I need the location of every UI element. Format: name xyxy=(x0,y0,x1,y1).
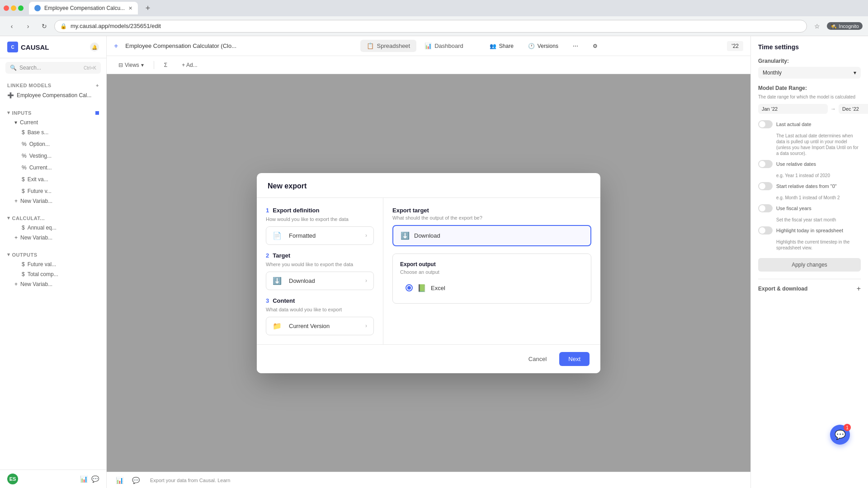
model-title: Employee Compensation Calculator (Clo... xyxy=(125,42,236,49)
inputs-list: $ Base s... % Option... % Vesting... % C… xyxy=(0,127,106,196)
chevron-down-icon: ▾ xyxy=(7,110,10,116)
add-icon: + xyxy=(114,42,118,50)
date-from-input[interactable] xyxy=(758,104,828,114)
browser-titlebar: Employee Compensation Calcu... ✕ + xyxy=(0,0,868,16)
sidebar-item-vesting[interactable]: % Vesting... xyxy=(0,151,106,161)
reload-button[interactable]: ↻ xyxy=(38,20,51,33)
export-section: Export & download + xyxy=(758,279,861,293)
step-2-option[interactable]: ⬇️ Download › xyxy=(266,272,374,290)
date-selector[interactable]: '22 xyxy=(727,41,743,51)
sidebar-item-future[interactable]: $ Future v... xyxy=(0,186,106,196)
sidebar-item-total-comp[interactable]: $ Total comp... xyxy=(0,269,106,279)
tab-spreadsheet[interactable]: 📋 Spreadsheet xyxy=(360,40,416,52)
model-date-range-desc: The date range for which the model is ca… xyxy=(758,94,861,100)
formula-button[interactable]: Σ xyxy=(160,60,172,70)
sidebar-search[interactable]: 🔍 Search... Ctrl+K xyxy=(5,62,101,74)
last-actual-date-switch[interactable] xyxy=(758,120,773,128)
inputs-section: ▾ INPUTS ▾ Current $ Base s... % xyxy=(0,104,106,210)
next-button[interactable]: Next xyxy=(559,352,590,366)
share-button[interactable]: 👥 Share xyxy=(484,41,519,52)
fiscal-years-switch[interactable] xyxy=(758,204,773,212)
forward-button[interactable]: › xyxy=(22,20,34,33)
browser-actions: ☆ 🕵 Incognito xyxy=(811,20,863,33)
export-target-box[interactable]: ⬇️ Download xyxy=(392,225,591,246)
cancel-button[interactable]: Cancel xyxy=(520,352,555,366)
apply-changes-button[interactable]: Apply changes xyxy=(758,258,861,272)
granularity-label: Granularity: xyxy=(758,58,861,64)
add-button[interactable]: + Ad... xyxy=(177,60,202,70)
top-nav: + Employee Compensation Calculator (Clo.… xyxy=(107,36,750,56)
calculations-title: ▾ CALCULAT... xyxy=(0,213,106,223)
sidebar-item-options[interactable]: % Option... xyxy=(0,139,106,149)
sidebar-item-current-item[interactable]: % Current... xyxy=(0,163,106,173)
sidebar-item-annual-eq[interactable]: $ Annual eq... xyxy=(0,223,106,233)
tab-close-button[interactable]: ✕ xyxy=(128,5,132,11)
tab-favicon xyxy=(34,5,41,11)
chat-bubble-button[interactable]: 💬 1 xyxy=(830,425,850,445)
fiscal-years-desc: Set the fiscal year start month xyxy=(776,217,861,223)
relative-dates-switch[interactable] xyxy=(758,160,773,168)
step-1-arrow: › xyxy=(365,232,367,239)
add-linked-model-button[interactable]: + xyxy=(96,83,99,88)
spreadsheet-view-icon[interactable]: 📊 xyxy=(80,475,88,483)
sidebar-item-future-val-out[interactable]: $ Future val... xyxy=(0,259,106,269)
start-relative-switch[interactable] xyxy=(758,182,773,190)
step-2-option-left: ⬇️ Download xyxy=(273,277,315,285)
content-icon: 📁 xyxy=(273,322,282,330)
toggle-knob5 xyxy=(759,227,765,234)
nav-tabs: 📋 Spreadsheet 📊 Dashboard xyxy=(360,40,469,52)
views-button[interactable]: ⊟ Views ▾ xyxy=(114,60,148,70)
modal-title: New export xyxy=(268,182,307,190)
modal-header: New export xyxy=(257,173,600,198)
more-button[interactable]: ⋯ xyxy=(567,41,584,52)
linked-models-title: Linked models + xyxy=(0,81,106,90)
chevron-icon: ▾ xyxy=(14,119,17,126)
fiscal-years-toggle: Use fiscal years xyxy=(758,204,861,212)
browser-tab[interactable]: Employee Compensation Calcu... ✕ xyxy=(29,2,138,14)
chat-icon[interactable]: 💬 xyxy=(91,475,99,483)
modal-footer: Cancel Next xyxy=(257,344,600,373)
sidebar-item-model[interactable]: ➕ Employee Compensation Cal... xyxy=(0,90,106,101)
step-1-desc: How would you like to export the data xyxy=(266,216,374,222)
sidebar-item-new-variable1[interactable]: + New Variab... xyxy=(0,196,106,206)
right-sidebar: Time settings Granularity: Monthly ▾ Mod… xyxy=(750,36,868,488)
output-option-excel[interactable]: 📗 Excel xyxy=(400,280,584,296)
sidebar-item-new-variable2[interactable]: + New Variab... xyxy=(0,233,106,243)
new-tab-button[interactable]: + xyxy=(142,2,154,14)
outputs-title: ▾ OUTPUTS xyxy=(0,250,106,259)
sidebar-item-new-variable3[interactable]: + New Variab... xyxy=(0,279,106,289)
settings-button[interactable]: ⚙ xyxy=(587,41,603,52)
step-3-option[interactable]: 📁 Current Version › xyxy=(266,317,374,335)
percent-icon2: % xyxy=(22,153,27,159)
step-1-option[interactable]: 📄 Formatted › xyxy=(266,226,374,245)
filter-icon: ⊟ xyxy=(118,62,123,68)
sidebar-item-exit[interactable]: $ Exit va... xyxy=(0,174,106,184)
export-output-title: Export output xyxy=(400,261,584,267)
logo-icon: C xyxy=(7,42,18,52)
main-content: New export 1 Export definition xyxy=(107,74,750,472)
sidebar-item-current[interactable]: ▾ Current xyxy=(0,117,106,127)
versions-button[interactable]: 🕐 Versions xyxy=(523,41,564,52)
bottom-spreadsheet-icon[interactable]: 📊 xyxy=(114,475,125,486)
date-to-input[interactable] xyxy=(839,104,868,114)
sidebar-item-base-salary[interactable]: $ Base s... xyxy=(0,127,106,137)
tab-title: Employee Compensation Calcu... xyxy=(44,5,125,11)
modal-body: 1 Export definition How would you like t… xyxy=(257,198,600,344)
last-actual-date-label: Last actual date xyxy=(776,122,861,127)
back-button[interactable]: ‹ xyxy=(5,20,18,33)
avatar: ES xyxy=(7,474,18,484)
url-text: my.causal.app/models/235651/edit xyxy=(71,23,801,29)
export-add-icon[interactable]: + xyxy=(857,285,861,293)
versions-icon: 🕐 xyxy=(528,43,535,49)
granularity-value[interactable]: Monthly ▾ xyxy=(758,67,861,79)
tab-dashboard[interactable]: 📊 Dashboard xyxy=(418,40,470,52)
bottom-chat-icon[interactable]: 💬 xyxy=(130,475,141,486)
bookmark-button[interactable]: ☆ xyxy=(811,20,823,33)
highlight-today-switch[interactable] xyxy=(758,226,773,235)
sidebar-header: C CAUSAL 🔔 xyxy=(0,36,106,58)
address-bar[interactable]: 🔒 my.causal.app/models/235651/edit xyxy=(54,20,807,33)
excel-radio[interactable] xyxy=(406,284,413,291)
step-3-header: 3 Content xyxy=(266,297,374,304)
search-shortcut: Ctrl+K xyxy=(84,66,96,70)
notifications-button[interactable]: 🔔 xyxy=(90,42,99,52)
